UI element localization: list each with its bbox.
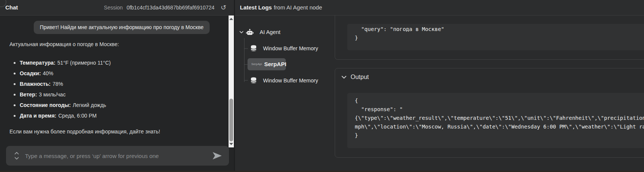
bullet-dot: [14, 73, 16, 74]
logs-header: Latest Logsfrom AI Agent node: [235, 0, 644, 15]
session-label: Session: [104, 5, 123, 11]
tree-node-serpapi-selected[interactable]: SerpApi SerpAPI: [248, 58, 286, 70]
scrollbar-thumb[interactable]: [229, 99, 233, 141]
tree-node-ai-agent[interactable]: AI Agent: [240, 27, 280, 37]
tree-connector-stub: [244, 48, 248, 49]
list-item: Температура:51°F (примерно 11°C): [9, 57, 111, 68]
session-info: Session 0fb1c4cf13da43d687bb69faf6910724…: [104, 0, 226, 15]
tree-node-label: Window Buffer Memory: [263, 77, 318, 84]
item-value: Среда, 6:00 PM: [58, 113, 97, 119]
code-line: {\"type\":\"weather_result\",\"temperatu…: [355, 114, 644, 122]
chevron-down-icon[interactable]: [240, 31, 243, 34]
bot-message-intro: Актуальная информация о погоде в Москве:: [9, 40, 119, 48]
item-value: 78%: [52, 81, 63, 87]
item-label: Влажность:: [20, 81, 50, 87]
message-input[interactable]: [25, 146, 196, 166]
list-item: Влажность:78%: [9, 79, 111, 89]
code-line: "query": "погода в Москве": [355, 25, 644, 34]
tree-node-label: Window Buffer Memory: [263, 45, 318, 51]
scrollbar-up-arrow-icon[interactable]: [229, 18, 233, 20]
robot-icon: [246, 28, 254, 36]
bullet-dot: [14, 62, 16, 64]
list-item: Ветер:3 миль/час: [9, 89, 111, 100]
input-json-codeblock: "query": "погода в Москве" }: [347, 24, 644, 50]
output-section-header[interactable]: Output: [342, 74, 369, 81]
item-label: Температура:: [20, 60, 55, 66]
logs-title-bold: Latest Logs: [240, 4, 272, 11]
session-refresh-icon[interactable]: ↺: [221, 4, 226, 11]
logs-panel-title: Latest Logsfrom AI Agent node: [240, 0, 322, 15]
output-section-title: Output: [351, 74, 369, 81]
chat-header: Chat Session 0fb1c4cf13da43d687bb69faf69…: [0, 0, 235, 15]
tree-node-window-buffer-memory-2[interactable]: Window Buffer Memory: [250, 75, 318, 86]
item-value: 3 миль/час: [39, 91, 66, 98]
bullet-dot: [14, 83, 16, 85]
user-message-bubble: Привет! Найди мне актуальную информацию …: [34, 21, 210, 34]
database-icon: [250, 77, 257, 84]
tree-connector-stub: [244, 80, 248, 81]
chat-messages-panel: Привет! Найди мне актуальную информацию …: [0, 15, 234, 172]
scrollbar-down-arrow-icon[interactable]: [229, 143, 233, 145]
tree-node-label: AI Agent: [260, 29, 280, 35]
send-icon[interactable]: [212, 151, 222, 160]
code-line: {: [355, 96, 644, 105]
database-icon: [250, 45, 257, 52]
bullet-dot: [14, 104, 16, 106]
bot-message-outro: Если вам нужна более подробная информаци…: [9, 128, 160, 135]
log-output-card: Output { "response": " {\"type\":\"weath…: [335, 68, 644, 158]
bullet-dot: [14, 115, 16, 117]
serpapi-logo-icon: SerpApi: [251, 58, 262, 70]
output-json-codeblock: { "response": " {\"type\":\"weather_resu…: [347, 93, 644, 148]
chevron-down-icon[interactable]: [14, 157, 19, 160]
item-value: 40%: [43, 70, 53, 76]
chat-input-box[interactable]: [6, 146, 229, 166]
item-label: Состояние погоды:: [20, 102, 71, 108]
item-label: Дата и время:: [20, 113, 56, 119]
weather-bullet-list: Температура:51°F (примерно 11°C) Осадки:…: [9, 57, 111, 121]
history-arrows: [14, 146, 19, 166]
list-item: Дата и время:Среда, 6:00 PM: [9, 110, 111, 121]
logs-title-rest: from AI Agent node: [274, 4, 322, 11]
log-input-card: "query": "погода в Москве" }: [335, 15, 644, 60]
item-label: Осадки:: [20, 70, 41, 76]
n8n-chat-logs-screen: Chat Session 0fb1c4cf13da43d687bb69faf69…: [0, 0, 644, 172]
code-line: }: [355, 34, 644, 42]
code-line: }: [355, 131, 644, 140]
item-label: Ветер:: [20, 91, 37, 98]
bullet-dot: [14, 94, 16, 96]
session-id: 0fb1c4cf13da43d687bb69faf6910724: [127, 5, 215, 11]
tree-node-window-buffer-memory-1[interactable]: Window Buffer Memory: [250, 43, 318, 54]
code-line: "response": ": [355, 105, 644, 114]
list-item: Осадки:40%: [9, 68, 111, 79]
code-line: mph\",\"location\":\"Moscow, Russia\",\"…: [355, 122, 644, 131]
tree-connector-line: [244, 38, 244, 82]
chat-scrollbar[interactable]: [229, 15, 234, 147]
item-value: Легкий дождь: [73, 102, 106, 108]
chevron-down-icon: [342, 76, 346, 79]
tree-node-label: SerpAPI: [264, 58, 286, 70]
chevron-up-icon[interactable]: [14, 152, 19, 155]
chat-panel-title: Chat: [5, 0, 18, 15]
logs-panel: AI Agent Window Buffer Memory SerpApi Se…: [235, 15, 644, 172]
list-item: Состояние погоды:Легкий дождь: [9, 100, 111, 110]
item-value: 51°F (примерно 11°C): [57, 60, 111, 66]
